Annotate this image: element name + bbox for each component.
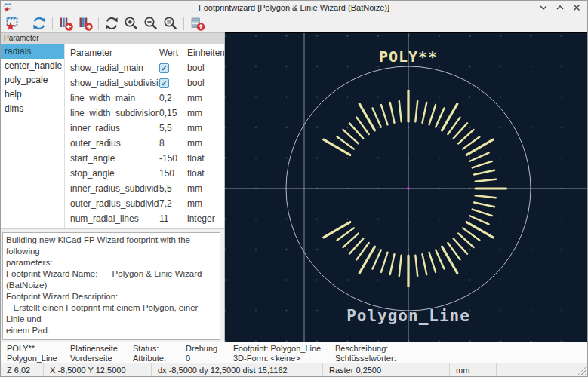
statusbar: POLY**Polygon_LinePlatinenseiteVordersei…: [1, 342, 587, 363]
export-footprint-to-editor-icon[interactable]: [187, 14, 207, 32]
status-column: Status:Attribute:: [133, 344, 186, 363]
radial-subdivision-line: [356, 243, 368, 259]
minimize-icon[interactable]: [539, 3, 547, 11]
radial-subdivision-line: [436, 250, 444, 268]
zoom-out-icon[interactable]: [141, 14, 161, 32]
toolbar: [1, 14, 587, 32]
param-unit: mm: [187, 93, 224, 103]
footprint-wizard-app-icon: [3, 2, 14, 13]
param-value[interactable]: -150: [159, 153, 187, 164]
param-unit: mm: [187, 138, 224, 149]
param-unit: float: [187, 153, 224, 164]
param-unit: bool: [187, 78, 224, 88]
radial-main-line: [324, 139, 350, 155]
param-name: outer_radius_subdivider: [65, 198, 159, 209]
status-column: Beschreibung:Schlüsselwörter:: [335, 344, 587, 363]
status-field: POLY**: [7, 344, 70, 354]
param-unit: float: [187, 168, 224, 179]
radial-subdivision-line: [448, 243, 460, 259]
header-parameter: Parameter: [65, 48, 159, 58]
reload-wizard-icon[interactable]: [29, 14, 49, 32]
checkbox-show_radial_main[interactable]: ✓: [159, 63, 169, 73]
param-value[interactable]: 5,5: [159, 123, 187, 133]
radial-subdivision-line: [415, 256, 417, 276]
param-name: line_width_subdivision: [65, 108, 159, 118]
footprint-wizard-icon[interactable]: [3, 14, 23, 32]
next-parameters-page-icon[interactable]: [75, 14, 95, 32]
param-unit: mm: [187, 183, 224, 194]
wizard-page-item-center_handle[interactable]: center_handle: [1, 59, 64, 73]
wizard-page-item-dims[interactable]: dims: [1, 102, 64, 116]
maximize-icon[interactable]: [556, 3, 564, 11]
header-wert: Wert: [159, 48, 187, 58]
zoom-to-fit-icon[interactable]: [161, 14, 180, 32]
checkbox-show_radial_subdivision[interactable]: ✓: [159, 78, 169, 88]
footprint-reference-text: POLY**: [379, 48, 438, 66]
param-value[interactable]: 11: [159, 213, 187, 224]
param-value[interactable]: 7,2: [159, 198, 187, 209]
param-value[interactable]: 8: [159, 138, 187, 149]
radial-subdivision-line: [399, 256, 402, 276]
titlebar: Footprintwizard [Polygon & Linie Wizard …: [1, 1, 587, 14]
parameter-table: ParameterWertEinheitenshow_radial_main✓b…: [65, 44, 224, 228]
parameters-panel: Parameter radialscenter_handlepoly_pcale…: [1, 32, 225, 342]
message-line: Building new KiCad FP Wizard footprint w…: [6, 234, 217, 257]
resize-grip[interactable]: [576, 365, 586, 375]
table-row: inner_radius5,5mm: [65, 121, 224, 136]
radial-subdivision-line: [390, 103, 395, 123]
wizard-page-item-help[interactable]: help: [1, 87, 64, 102]
param-unit: mm: [187, 123, 224, 133]
param-name: inner_radius: [65, 123, 159, 133]
zoom-in-icon[interactable]: [122, 14, 141, 32]
radial-subdivision-line: [399, 101, 402, 121]
panel-caption: Parameter: [1, 32, 224, 44]
param-value[interactable]: ✓: [159, 63, 187, 73]
table-row: show_radial_subdivision✓bool: [65, 75, 224, 90]
status-column: PlatinenseiteVorderseite: [70, 344, 133, 363]
redraw-view-icon[interactable]: [102, 14, 122, 32]
wizard-page-item-radials[interactable]: radials: [1, 44, 64, 59]
radial-subdivision-line: [474, 203, 494, 207]
radial-subdivision-line: [469, 153, 488, 161]
radial-subdivision-line: [423, 254, 427, 274]
param-value[interactable]: 0,15: [159, 108, 187, 118]
previous-parameters-page-icon[interactable]: [56, 14, 75, 32]
status-column: POLY**Polygon_Line: [7, 344, 70, 363]
radial-subdivision-line: [356, 118, 368, 134]
table-row: line_width_main0,2mm: [65, 90, 224, 106]
status-field: Drehung: [186, 344, 233, 354]
radial-subdivision-line: [463, 228, 479, 240]
wizard-page-list: radialscenter_handlepoly_pcalehelpdims: [1, 44, 65, 228]
table-row: num_radial_lines11integer: [65, 211, 224, 226]
radial-subdivision-line: [373, 250, 381, 268]
param-value[interactable]: 150: [159, 168, 187, 179]
message-line: Footprint Wizard Description:: [6, 291, 217, 302]
status-field: Status:: [133, 344, 186, 354]
radial-subdivision-line: [337, 136, 354, 149]
radial-subdivision-line: [429, 105, 436, 124]
param-value[interactable]: ✓: [159, 78, 187, 88]
radial-subdivision-line: [415, 101, 417, 121]
param-unit: mm: [187, 108, 224, 118]
param-name: show_radial_main: [65, 63, 159, 73]
param-value[interactable]: 5,5: [159, 183, 187, 194]
coord-segment: X -8,5000 Y 12,5000: [44, 363, 152, 376]
window-title: Footprintwizard [Polygon & Linie Wizard …: [1, 3, 587, 12]
radial-subdivision-line: [436, 108, 444, 127]
param-value[interactable]: 0,2: [159, 93, 187, 103]
radial-subdivision-line: [469, 216, 488, 224]
close-icon[interactable]: [572, 3, 580, 11]
radial-subdivision-line: [463, 136, 479, 149]
main-area: Parameter radialscenter_handlepoly_pcale…: [1, 32, 587, 342]
param-unit: integer: [187, 213, 224, 224]
coordinate-bar: Z 6,02X -8,5000 Y 12,5000dx -8,5000 dy 1…: [1, 363, 587, 376]
status-column: Footprint: Polygon_Line3D-Form: <keine>: [233, 344, 335, 363]
table-row: line_width_subdivision0,15mm: [65, 106, 224, 121]
toolbar-separator: [98, 17, 99, 30]
radial-main-line: [324, 222, 350, 238]
window-controls: [539, 3, 587, 11]
radial-subdivision-line: [337, 228, 354, 240]
footprint-preview-canvas[interactable]: POLY** Polygon_Line: [225, 32, 587, 342]
message-line: Erstellt einen Footprint mit einem Polyg…: [6, 302, 217, 325]
wizard-page-item-poly_pcale[interactable]: poly_pcale: [1, 73, 64, 87]
